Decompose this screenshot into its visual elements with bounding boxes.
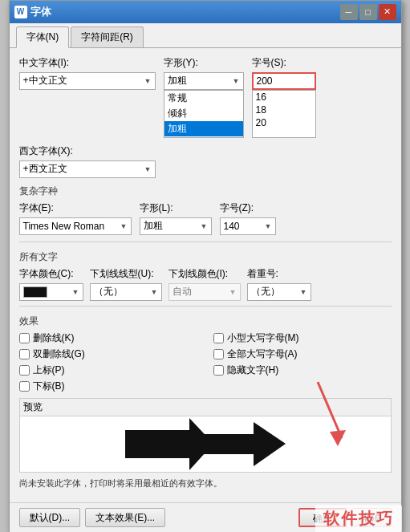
complex-script-section: 复杂字种 字体(E): Times New Roman ▼ 字形(L): 加粗 bbox=[19, 185, 392, 235]
font-dialog: W 字体 ─ □ ✕ 字体(N) 字符间距(R) 中文字体(I): +中文 bbox=[9, 0, 402, 532]
complex-size-value: 140 bbox=[224, 221, 240, 232]
complex-size-arrow: ▼ bbox=[260, 222, 272, 230]
complex-size-label: 字号(Z): bbox=[220, 201, 276, 215]
effect-strikethrough: 删除线(K) bbox=[19, 331, 197, 345]
font-style-group: 字形(Y): 加粗 ▼ 常规 倾斜 加粗 bbox=[164, 56, 244, 138]
chinese-font-arrow: ▼ bbox=[140, 77, 152, 85]
style-item-bold[interactable]: 加粗 bbox=[164, 121, 243, 136]
effect-all-caps-label: 全部大写字母(A) bbox=[227, 347, 298, 361]
western-font-arrow: ▼ bbox=[140, 165, 152, 173]
underline-color-label: 下划线颜色(I): bbox=[168, 267, 241, 281]
font-size-label: 字号(S): bbox=[252, 56, 316, 70]
effect-subscript-check[interactable] bbox=[19, 381, 30, 392]
dialog-content: 中文字体(I): +中文正文 ▼ 字形(Y): 加粗 ▼ bbox=[10, 48, 401, 502]
complex-font-label: 字体(E): bbox=[19, 201, 132, 215]
effect-small-caps: 小型大写字母(M) bbox=[213, 331, 392, 345]
effect-double-strikethrough-label: 双删除线(G) bbox=[33, 347, 85, 361]
western-font-value: +西文正文 bbox=[23, 162, 67, 176]
effect-hidden-label: 隐藏文字(H) bbox=[227, 363, 279, 377]
effects-grid: 删除线(K) 小型大写字母(M) 双删除线(G) 全部大写字母(A) bbox=[19, 331, 392, 393]
effect-superscript-check[interactable] bbox=[19, 365, 30, 376]
window-icon: W bbox=[14, 6, 27, 18]
style-item-italic[interactable]: 倾斜 bbox=[164, 106, 243, 121]
size-item-16[interactable]: 16 bbox=[253, 91, 315, 104]
emphasis-dropdown[interactable]: （无） ▼ bbox=[247, 283, 311, 301]
complex-size-group: 字号(Z): 140 ▼ bbox=[220, 201, 276, 235]
all-text-label: 所有文字 bbox=[19, 250, 392, 264]
style-item-regular[interactable]: 常规 bbox=[164, 91, 243, 106]
tab-font[interactable]: 字体(N) bbox=[16, 26, 70, 48]
underline-type-label: 下划线线型(U): bbox=[90, 267, 162, 281]
emphasis-value: （无） bbox=[251, 285, 280, 298]
effect-all-caps-check[interactable] bbox=[213, 349, 224, 359]
font-color-arrow: ▼ bbox=[67, 288, 79, 296]
complex-row: 字体(E): Times New Roman ▼ 字形(L): 加粗 ▼ bbox=[19, 201, 392, 235]
complex-font-value: Times New Roman bbox=[23, 221, 105, 232]
complex-style-dropdown[interactable]: 加粗 ▼ bbox=[140, 217, 212, 235]
font-style-list[interactable]: 常规 倾斜 加粗 bbox=[164, 90, 244, 138]
tab-bar: 字体(N) 字符间距(R) bbox=[10, 23, 401, 48]
font-style-dropdown[interactable]: 加粗 ▼ bbox=[164, 72, 244, 90]
font-size-list[interactable]: 16 18 20 bbox=[252, 90, 316, 138]
size-item-18[interactable]: 18 bbox=[253, 104, 315, 116]
title-bar-controls: ─ □ ✕ bbox=[340, 4, 396, 20]
tab-character-spacing[interactable]: 字符间距(R) bbox=[71, 26, 144, 47]
western-font-dropdown[interactable]: +西文正文 ▼ bbox=[19, 160, 156, 178]
effects-label: 效果 bbox=[19, 315, 392, 328]
effect-subscript: 下标(B) bbox=[19, 380, 197, 393]
western-font-group: 西文字体(X): +西文正文 ▼ bbox=[19, 144, 156, 178]
chinese-font-value: +中文正文 bbox=[23, 74, 67, 87]
effect-double-strikethrough-check[interactable] bbox=[19, 349, 30, 359]
font-style-value: 加粗 bbox=[168, 74, 187, 87]
preview-box bbox=[20, 416, 391, 472]
effect-double-strikethrough: 双删除线(G) bbox=[19, 347, 197, 361]
complex-font-dropdown[interactable]: Times New Roman ▼ bbox=[19, 217, 132, 235]
underline-color-group: 下划线颜色(I): 自动 ▼ bbox=[168, 267, 241, 301]
effect-strikethrough-label: 删除线(K) bbox=[33, 331, 75, 345]
maximize-button[interactable]: □ bbox=[359, 4, 377, 20]
font-style-arrow: ▼ bbox=[228, 77, 240, 85]
chinese-font-label: 中文字体(I): bbox=[19, 56, 156, 70]
minimize-button[interactable]: ─ bbox=[340, 4, 358, 20]
complex-style-group: 字形(L): 加粗 ▼ bbox=[140, 201, 212, 235]
underline-type-dropdown[interactable]: （无） ▼ bbox=[90, 283, 162, 301]
size-item-20[interactable]: 20 bbox=[253, 116, 315, 129]
chinese-font-dropdown[interactable]: +中文正文 ▼ bbox=[19, 72, 156, 90]
text-effect-button[interactable]: 文本效果(E)... bbox=[85, 508, 165, 527]
bottom-left-buttons: 默认(D)... 文本效果(E)... bbox=[19, 508, 166, 527]
effect-small-caps-check[interactable] bbox=[213, 333, 224, 343]
preview-svg bbox=[125, 418, 286, 470]
complex-size-dropdown[interactable]: 140 ▼ bbox=[220, 217, 276, 235]
top-row: 中文字体(I): +中文正文 ▼ 字形(Y): 加粗 ▼ bbox=[19, 56, 392, 138]
font-color-label: 字体颜色(C): bbox=[19, 267, 83, 281]
complex-font-group: 字体(E): Times New Roman ▼ bbox=[19, 201, 132, 235]
all-text-row: 字体颜色(C): ▼ 下划线线型(U): （无） ▼ bbox=[19, 267, 392, 301]
preview-section: 预览 bbox=[19, 398, 392, 473]
notice-text: 尚未安装此字体，打印时将采用最相近的有效字体。 bbox=[19, 477, 392, 489]
all-text-section: 所有文字 字体颜色(C): ▼ 下划线线型(U): （无） bbox=[19, 242, 392, 301]
effect-strikethrough-check[interactable] bbox=[19, 333, 30, 343]
effect-hidden-check[interactable] bbox=[213, 365, 224, 376]
complex-script-label: 复杂字种 bbox=[19, 185, 392, 198]
close-button[interactable]: ✕ bbox=[379, 4, 396, 20]
underline-type-group: 下划线线型(U): （无） ▼ bbox=[90, 267, 162, 301]
underline-type-value: （无） bbox=[94, 285, 123, 298]
effect-superscript-label: 上标(P) bbox=[33, 363, 65, 377]
chinese-font-group: 中文字体(I): +中文正文 ▼ bbox=[19, 56, 156, 90]
underline-color-value: 自动 bbox=[173, 285, 192, 298]
font-color-group: 字体颜色(C): ▼ bbox=[19, 267, 83, 301]
complex-style-arrow: ▼ bbox=[196, 222, 208, 230]
preview-label: 预览 bbox=[20, 399, 391, 416]
default-button[interactable]: 默认(D)... bbox=[19, 508, 81, 527]
font-size-group: 字号(S): 200 16 18 20 bbox=[252, 56, 316, 138]
emphasis-arrow: ▼ bbox=[295, 288, 307, 296]
font-style-label: 字形(Y): bbox=[164, 56, 244, 70]
effects-section: 效果 删除线(K) 小型大写字母(M) 双删除线(G) bbox=[19, 306, 392, 393]
font-size-input[interactable]: 200 bbox=[252, 72, 316, 90]
western-font-label: 西文字体(X): bbox=[19, 144, 156, 158]
effect-all-caps: 全部大写字母(A) bbox=[213, 347, 392, 361]
complex-font-arrow: ▼ bbox=[116, 222, 128, 230]
font-color-dropdown[interactable]: ▼ bbox=[19, 283, 83, 301]
underline-color-dropdown[interactable]: 自动 ▼ bbox=[168, 283, 241, 301]
underline-type-arrow: ▼ bbox=[146, 288, 158, 296]
